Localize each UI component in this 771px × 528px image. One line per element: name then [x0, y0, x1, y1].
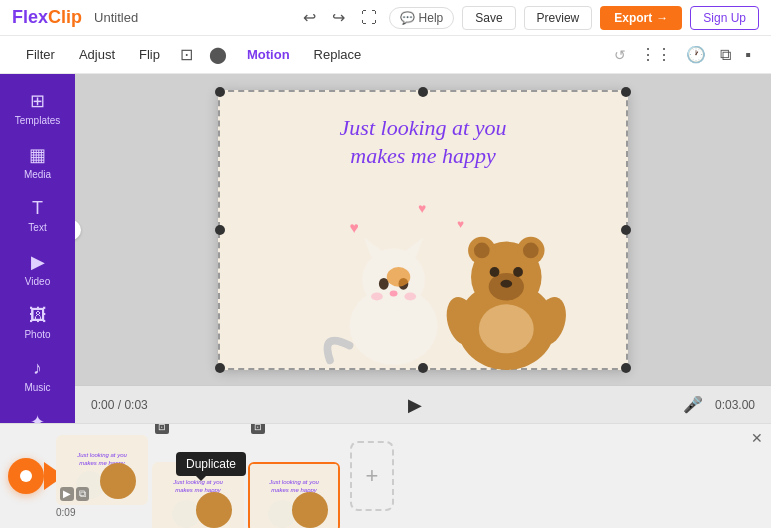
- current-time: 0:00 / 0:03: [91, 398, 148, 412]
- svg-point-17: [474, 242, 490, 258]
- canvas-illustration: ♥ ♥ ♥: [218, 174, 628, 370]
- svg-point-41: [292, 492, 328, 528]
- current-time-value: 0:00: [91, 398, 114, 412]
- project-title: Untitled: [94, 10, 299, 25]
- video-label: Video: [25, 276, 50, 287]
- sidebar-item-photo[interactable]: 🖼 Photo: [4, 297, 72, 348]
- text-label: Text: [28, 222, 46, 233]
- end-duration: 0:03.00: [715, 398, 755, 412]
- slide-icons-1: ▶ ⧉: [60, 487, 89, 501]
- timeline: ✕ 01 Just looking at you makes me happy: [0, 423, 771, 528]
- timeline-close-button[interactable]: ✕: [751, 430, 763, 446]
- flip-button[interactable]: Flip: [129, 43, 170, 66]
- canvas-area: › Just looking at you makes me: [75, 74, 771, 423]
- duplicate-tooltip: Duplicate: [176, 452, 246, 476]
- sidebar-item-video[interactable]: ▶ Video: [4, 243, 72, 295]
- circle-fill-button[interactable]: ⬤: [203, 41, 233, 68]
- undo-button[interactable]: ↩: [299, 4, 320, 31]
- svg-text:Just looking at you: Just looking at you: [268, 479, 319, 485]
- templates-icon: ⊞: [30, 90, 45, 112]
- crop-icon-button[interactable]: ⊡: [174, 41, 199, 68]
- slide-marker-3: ⊡: [251, 424, 265, 434]
- photo-label: Photo: [24, 329, 50, 340]
- slide-copy-btn-1[interactable]: ⧉: [76, 487, 89, 501]
- mic-button[interactable]: 🎤: [683, 395, 703, 414]
- svg-point-10: [390, 290, 398, 296]
- slide-thumb-1[interactable]: 01 Just looking at you makes me happy ▶ …: [56, 435, 148, 505]
- sidebar-item-music[interactable]: ♪ Music: [4, 350, 72, 401]
- help-button[interactable]: 💬 Help: [389, 7, 455, 29]
- photo-icon: 🖼: [29, 305, 47, 326]
- sidebar-item-templates[interactable]: ⊞ Templates: [4, 82, 72, 134]
- svg-point-20: [490, 267, 500, 277]
- signup-button[interactable]: Sign Up: [690, 6, 759, 30]
- elements-icon: ✦: [30, 411, 45, 423]
- svg-point-9: [387, 267, 411, 287]
- svg-point-36: [196, 492, 232, 528]
- help-label: Help: [419, 11, 444, 25]
- canvas-text-line1: Just looking at you: [218, 114, 628, 143]
- adjust-button[interactable]: Adjust: [69, 43, 125, 66]
- export-arrow-icon: →: [656, 11, 668, 25]
- logo-clip: Clip: [48, 7, 82, 27]
- svg-point-11: [371, 292, 383, 300]
- preview-button[interactable]: Preview: [524, 6, 593, 30]
- redo-button[interactable]: ↪: [328, 4, 349, 31]
- video-icon: ▶: [31, 251, 45, 273]
- play-button[interactable]: ▶: [401, 391, 429, 419]
- refresh-button[interactable]: ↺: [610, 43, 630, 67]
- add-slide-button[interactable]: +: [350, 441, 394, 511]
- canvas-text: Just looking at you makes me happy: [218, 90, 628, 171]
- sidebar-item-elements[interactable]: ✦ Elements: [4, 403, 72, 423]
- media-icon: ▦: [29, 144, 46, 166]
- main: ⊞ Templates ▦ Media T Text ▶ Video 🖼 Pho…: [0, 74, 771, 423]
- slide-preview-3: Just looking at you makes me happy: [250, 464, 338, 529]
- total-time-value: 0:03: [124, 398, 147, 412]
- svg-point-23: [479, 304, 534, 353]
- canvas[interactable]: Just looking at you makes me happy ♥ ♥ ♥: [218, 90, 628, 370]
- svg-text:♥: ♥: [350, 218, 359, 235]
- motion-button[interactable]: Motion: [237, 43, 300, 66]
- svg-text:Just looking at you: Just looking at you: [76, 452, 127, 458]
- canvas-text-line2: makes me happy: [218, 142, 628, 171]
- svg-point-18: [523, 242, 539, 258]
- grid-button[interactable]: ⋮⋮: [636, 41, 676, 68]
- slide-item-1: 01 Just looking at you makes me happy ▶ …: [56, 435, 148, 518]
- svg-point-12: [404, 292, 416, 300]
- layers-button[interactable]: ⧉: [716, 42, 735, 68]
- more-button[interactable]: ▪: [741, 42, 755, 68]
- slide-marker-2: ⊡: [155, 424, 169, 434]
- sidebar-item-text[interactable]: T Text: [4, 190, 72, 241]
- svg-text:♥: ♥: [457, 216, 464, 229]
- svg-point-21: [513, 267, 523, 277]
- svg-point-31: [100, 463, 136, 499]
- svg-point-22: [500, 279, 512, 287]
- templates-label: Templates: [15, 115, 61, 126]
- record-button[interactable]: [8, 458, 44, 494]
- slides-container: 01 Just looking at you makes me happy ▶ …: [56, 424, 763, 528]
- fullscreen-button[interactable]: ⛶: [357, 5, 381, 31]
- history-button[interactable]: 🕐: [682, 41, 710, 68]
- slide-item-3: ⊡ 03 Just looking at you makes me happy …: [250, 424, 340, 528]
- slide-play-btn-1[interactable]: ▶: [60, 487, 74, 501]
- toolbar: Filter Adjust Flip ⊡ ⬤ Motion Replace ↺ …: [0, 36, 771, 74]
- player-bar: 0:00 / 0:03 ▶ 🎤 0:03.00: [75, 385, 771, 423]
- filter-button[interactable]: Filter: [16, 43, 65, 66]
- sidebar: ⊞ Templates ▦ Media T Text ▶ Video 🖼 Pho…: [0, 74, 75, 423]
- topbar: FlexClip Untitled ↩ ↪ ⛶ 💬 Help Save Prev…: [0, 0, 771, 36]
- logo-flex: Flex: [12, 7, 48, 27]
- help-icon: 💬: [400, 11, 415, 25]
- replace-button[interactable]: Replace: [304, 43, 372, 66]
- player-controls: ▶: [160, 391, 671, 419]
- slide-thumb-3[interactable]: 03 Just looking at you makes me happy: [248, 462, 340, 529]
- export-button[interactable]: Export →: [600, 6, 682, 30]
- record-icon: [18, 468, 34, 484]
- svg-point-40: [268, 500, 296, 528]
- collapse-sidebar-button[interactable]: ›: [75, 220, 81, 240]
- sidebar-item-media[interactable]: ▦ Media: [4, 136, 72, 188]
- export-label: Export: [614, 11, 652, 25]
- music-label: Music: [24, 382, 50, 393]
- svg-text:♥: ♥: [418, 201, 426, 216]
- media-label: Media: [24, 169, 51, 180]
- save-button[interactable]: Save: [462, 6, 515, 30]
